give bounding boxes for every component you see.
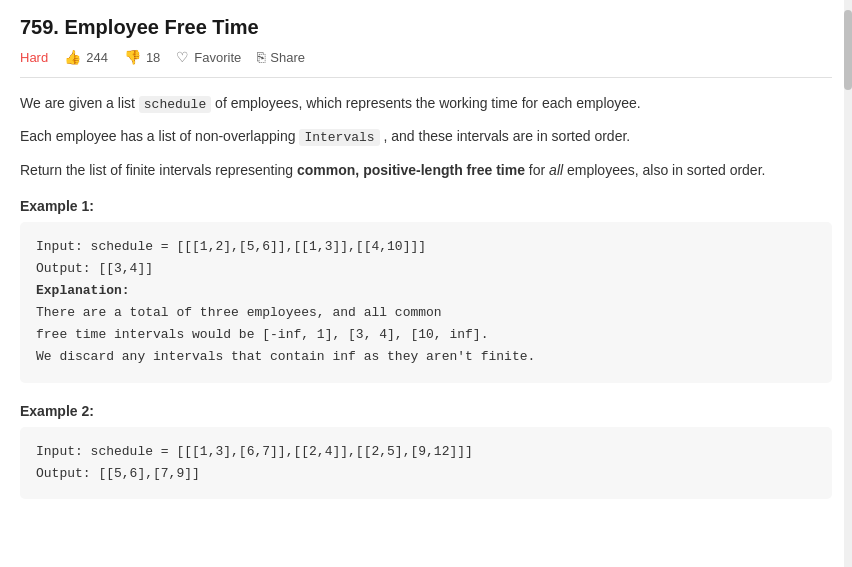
like-count: 244 (86, 50, 108, 65)
intervals-code: Intervals (299, 129, 379, 146)
page-container: 759. Employee Free Time Hard 👍 244 👎 18 … (0, 0, 852, 535)
dislike-button[interactable]: 👎 18 (124, 49, 160, 65)
description-line2: Each employee has a list of non-overlapp… (20, 125, 832, 148)
example1-section: Example 1: Input: schedule = [[[1,2],[5,… (20, 198, 832, 383)
schedule-code: schedule (139, 96, 211, 113)
example2-output: Output: [[5,6],[7,9]] (36, 463, 816, 485)
scrollbar-thumb[interactable] (844, 10, 852, 90)
difficulty-badge: Hard (20, 50, 48, 65)
description-block: We are given a list schedule of employee… (20, 92, 832, 182)
example1-input: Input: schedule = [[[1,2],[5,6]],[[1,3]]… (36, 236, 816, 258)
scrollbar[interactable] (844, 0, 852, 567)
example2-section: Example 2: Input: schedule = [[[1,3],[6,… (20, 403, 832, 499)
like-button[interactable]: 👍 244 (64, 49, 108, 65)
example1-output: Output: [[3,4]] (36, 258, 816, 280)
example2-label: Example 2: (20, 403, 832, 419)
favorite-label: Favorite (194, 50, 241, 65)
example1-code-block: Input: schedule = [[[1,2],[5,6]],[[1,3]]… (20, 222, 832, 383)
dislike-count: 18 (146, 50, 160, 65)
example1-explanation-label: Explanation: (36, 280, 816, 302)
all-italic: all (549, 162, 563, 178)
description-line1: We are given a list schedule of employee… (20, 92, 832, 115)
thumbs-up-icon: 👍 (64, 49, 81, 65)
favorite-button[interactable]: ♡ Favorite (176, 49, 241, 65)
key-phrase: common, positive-length free time (297, 162, 525, 178)
meta-row: Hard 👍 244 👎 18 ♡ Favorite ⎘ Share (20, 49, 832, 78)
example2-code-block: Input: schedule = [[[1,3],[6,7]],[[2,4]]… (20, 427, 832, 499)
description-line3: Return the list of finite intervals repr… (20, 159, 832, 182)
example2-input: Input: schedule = [[[1,3],[6,7]],[[2,4]]… (36, 441, 816, 463)
heart-icon: ♡ (176, 49, 189, 65)
share-icon: ⎘ (257, 49, 265, 65)
share-label: Share (270, 50, 305, 65)
thumbs-down-icon: 👎 (124, 49, 141, 65)
example1-label: Example 1: (20, 198, 832, 214)
example1-explanation-text: There are a total of three employees, an… (36, 302, 816, 368)
share-button[interactable]: ⎘ Share (257, 49, 305, 65)
problem-title: 759. Employee Free Time (20, 16, 832, 39)
